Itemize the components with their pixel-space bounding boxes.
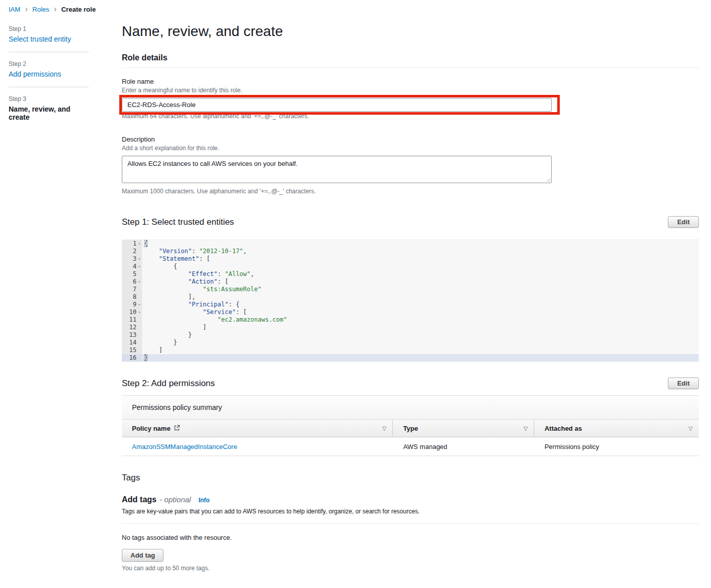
breadcrumb-chevron-icon: › [25, 6, 28, 12]
code-line-text: "ec2.amazonaws.com" [142, 316, 699, 324]
column-header-type[interactable]: Type ▽ [393, 420, 534, 437]
sidebar-item-select-trusted-entity[interactable]: Select trusted entity [9, 35, 89, 43]
step-number-label: Step 1 [9, 25, 89, 32]
line-number-gutter: 10▾ [122, 308, 142, 316]
code-line: 13 } [122, 331, 699, 339]
policy-name-link[interactable]: AmazonSSMManagedInstanceCore [132, 443, 237, 451]
sidebar-step-1: Step 1 Select trusted entity [9, 25, 89, 43]
sidebar-divider [9, 52, 89, 52]
fold-arrow-icon[interactable]: ▾ [137, 263, 142, 270]
line-number: 6 [133, 278, 137, 286]
tags-section-heading: Tags [122, 473, 699, 483]
code-line: 5 "Effect": "Allow", [122, 270, 699, 278]
column-header-policy-name[interactable]: Policy name ▽ [122, 420, 393, 437]
add-tags-header: Add tags - optional Info [122, 495, 699, 504]
column-header-attached-as[interactable]: Attached as ▽ [534, 420, 699, 437]
fold-arrow-icon[interactable]: ▾ [137, 301, 142, 308]
role-name-label: Role name [122, 78, 699, 85]
role-name-hint: Maximum 64 characters. Use alphanumeric … [122, 113, 699, 120]
breadcrumb-link-iam[interactable]: IAM [9, 6, 20, 13]
line-number: 9 [133, 301, 137, 308]
role-name-field-wrapper [122, 98, 552, 112]
code-line: 14 } [122, 339, 699, 347]
line-number: 5 [133, 270, 137, 278]
edit-permissions-button[interactable]: Edit [668, 377, 699, 389]
code-line-text: { [142, 263, 699, 270]
code-line: 2 "Version": "2012-10-17", [122, 248, 699, 255]
code-line: 1▾{ [122, 240, 699, 248]
column-label: Policy name [132, 425, 171, 432]
sidebar-step-2: Step 2 Add permissions [9, 60, 89, 78]
policy-type-cell: AWS managed [393, 443, 534, 451]
line-number-gutter: 5 [122, 270, 142, 278]
line-number: 15 [129, 347, 137, 354]
line-number: 1 [133, 240, 137, 248]
description-hint: Maximum 1000 characters. Use alphanumeri… [122, 188, 699, 195]
code-line: 9▾ "Principal": { [122, 301, 699, 308]
breadcrumb-current: Create role [61, 6, 96, 13]
line-number-gutter: 16 [122, 354, 142, 362]
code-line-text: ] [142, 347, 699, 354]
tags-info-link[interactable]: Info [198, 497, 210, 504]
no-tags-text: No tags associated with the resource. [122, 534, 699, 541]
fold-arrow-icon[interactable]: ▾ [137, 278, 142, 286]
line-number-gutter: 15 [122, 347, 142, 354]
table-row: AmazonSSMManagedInstanceCoreAWS managedP… [122, 437, 699, 456]
sidebar-divider [9, 87, 89, 87]
line-number: 16 [129, 354, 137, 362]
breadcrumb: IAM › Roles › Create role [9, 6, 96, 13]
code-line-text: "Action": [ [142, 278, 699, 286]
divider [122, 523, 699, 524]
line-number: 8 [133, 293, 137, 301]
code-line: 16} [122, 354, 699, 362]
role-name-input[interactable] [122, 98, 552, 112]
line-number: 13 [129, 331, 137, 339]
sidebar-step-3: Step 3 Name, review, and create [9, 95, 89, 121]
code-line-text: "Service": [ [142, 308, 699, 316]
line-number-gutter: 14 [122, 339, 142, 347]
breadcrumb-link-roles[interactable]: Roles [32, 6, 49, 13]
breadcrumb-chevron-icon: › [54, 6, 57, 12]
line-number: 10 [129, 308, 137, 316]
line-number-gutter: 9▾ [122, 301, 142, 308]
trust-policy-code-editor[interactable]: 1▾{2 "Version": "2012-10-17",3▾ "Stateme… [122, 239, 699, 362]
fold-arrow-icon[interactable]: ▾ [137, 255, 142, 263]
code-line: 11 "ec2.amazonaws.com" [122, 316, 699, 324]
step-number-label: Step 2 [9, 60, 89, 67]
line-number-gutter: 3▾ [122, 255, 142, 263]
add-tags-optional-label: - optional [159, 495, 191, 504]
filter-icon[interactable]: ▽ [689, 425, 693, 432]
description-textarea[interactable]: Allows EC2 instances to call AWS service… [122, 156, 552, 183]
role-details-heading: Role details [122, 53, 699, 62]
line-number-gutter: 6▾ [122, 278, 142, 286]
main-content: Name, review, and create Role details Ro… [122, 0, 699, 588]
code-line-text: "Version": "2012-10-17", [142, 248, 699, 255]
external-link-icon [174, 425, 180, 432]
fold-arrow-icon[interactable]: ▾ [137, 240, 142, 248]
add-tag-button[interactable]: Add tag [122, 549, 163, 562]
page-title: Name, review, and create [122, 23, 699, 40]
fold-arrow-icon[interactable]: ▾ [137, 308, 142, 316]
description-label: Description [122, 135, 699, 143]
filter-icon[interactable]: ▽ [382, 425, 386, 432]
permissions-table: Permissions policy summary Policy name ▽… [122, 395, 699, 456]
line-number: 3 [133, 255, 137, 263]
role-name-help: Enter a meaningful name to identify this… [122, 87, 699, 94]
edit-trusted-entities-button[interactable]: Edit [668, 216, 699, 228]
code-line-text: } [142, 331, 699, 339]
line-number-gutter: 4▾ [122, 263, 142, 270]
policy-attached-as-cell: Permissions policy [534, 443, 699, 451]
step-number-label: Step 3 [9, 95, 89, 102]
sidebar-item-add-permissions[interactable]: Add permissions [9, 70, 89, 78]
code-line: 15 ] [122, 347, 699, 354]
line-number-gutter: 11 [122, 316, 142, 324]
filter-icon[interactable]: ▽ [523, 425, 527, 432]
line-number-gutter: 13 [122, 331, 142, 339]
code-line-text: ], [142, 293, 699, 301]
code-line: 8 ], [122, 293, 699, 301]
code-line-text: "Effect": "Allow", [142, 270, 699, 278]
code-line-text: "sts:AssumeRole" [142, 286, 699, 293]
line-number: 14 [129, 339, 137, 347]
code-line-text: } [142, 339, 699, 347]
line-number-gutter: 7 [122, 286, 142, 293]
